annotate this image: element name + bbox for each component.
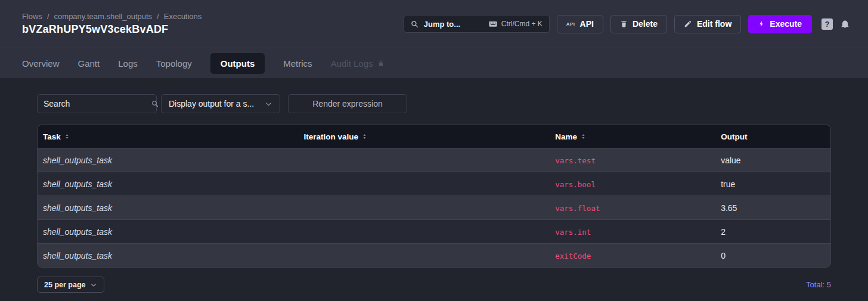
name-cell: vars.int [550,226,715,237]
table-header-row: Task Iteration value Name [38,125,830,148]
bell-icon[interactable] [840,18,850,29]
help-icon[interactable]: ? [822,18,833,30]
display-output-selected-value: Display output for a s... [169,99,254,108]
breadcrumb-namespace-flow[interactable]: company.team.shell_outputs [54,12,153,21]
table-row: shell_outputs_task vars.int 2 [38,219,830,243]
output-cell: 3.65 [715,203,830,213]
column-header-iteration-value[interactable]: Iteration value [299,132,550,141]
tab-overview[interactable]: Overview [22,58,60,69]
table-footer: 25 per page Total: 5 [37,277,831,293]
header-actions: Jump to... Ctrl/Cmd + K API API Delete [404,15,850,33]
name-cell: vars.bool [550,179,715,190]
breadcrumb: Flows / company.team.shell_outputs / Exe… [22,12,202,21]
column-header-output-label: Output [721,132,747,141]
column-header-task-label: Task [43,132,61,141]
delete-button[interactable]: Delete [610,15,667,33]
pencil-icon [684,20,692,28]
shortcut-hint: Ctrl/Cmd + K [488,19,542,29]
per-page-select[interactable]: 25 per page [37,277,104,293]
keyboard-icon [488,19,498,29]
output-name-link[interactable]: vars.bool [555,180,596,189]
tab-topology[interactable]: Topology [156,58,192,69]
api-button[interactable]: API API [557,15,603,33]
column-header-output: Output [715,132,830,141]
breadcrumb-separator: / [47,12,49,21]
execution-id-title: bVZaRhUPY5wV3cekBvADF [22,23,202,36]
sort-icon [580,133,587,140]
task-cell: shell_outputs_task [38,251,299,260]
output-name-link[interactable]: vars.test [555,156,596,165]
task-cell: shell_outputs_task [38,227,299,237]
display-output-select[interactable]: Display output for a s... [161,94,280,113]
table-row: shell_outputs_task vars.bool true [38,172,830,196]
search-icon [411,20,418,28]
output-name-link[interactable]: vars.float [555,204,600,213]
execute-button[interactable]: Execute [748,15,812,33]
task-cell: shell_outputs_task [38,179,299,189]
chevron-down-icon [90,281,97,288]
name-cell: vars.test [550,155,715,166]
outputs-table: Task Iteration value Name [37,125,831,268]
tab-logs[interactable]: Logs [118,58,138,69]
column-header-name[interactable]: Name [550,132,715,141]
shortcut-text: Ctrl/Cmd + K [501,20,542,28]
search-field [37,94,157,113]
column-header-task[interactable]: Task [38,132,299,141]
chevron-down-icon [265,100,272,108]
api-button-label: API [580,19,594,29]
lock-icon [377,60,385,67]
search-icon [151,100,159,107]
breadcrumb-flows[interactable]: Flows [22,12,42,21]
jump-to-search[interactable]: Jump to... Ctrl/Cmd + K [404,15,550,33]
jump-to-label: Jump to... [424,20,483,29]
output-cell: value [715,156,830,165]
tab-audit-logs: Audit Logs [331,58,385,69]
executions-outputs-page: Flows / company.team.shell_outputs / Exe… [0,0,868,301]
sort-icon [64,133,70,140]
header-left: Flows / company.team.shell_outputs / Exe… [22,12,202,36]
per-page-value: 25 per page [44,281,85,289]
trash-icon [620,20,628,28]
output-cell: 2 [715,227,830,237]
table-row: shell_outputs_task vars.test value [38,148,830,172]
total-count: Total: 5 [806,280,831,289]
column-header-name-label: Name [555,132,577,141]
column-header-iteration-value-label: Iteration value [304,132,359,141]
sort-icon [361,133,368,140]
execution-tabs: Overview Gantt Logs Topology Outputs Met… [0,48,868,78]
task-cell: shell_outputs_task [38,203,299,213]
output-name-link[interactable]: exitCode [555,252,591,260]
edit-flow-button[interactable]: Edit flow [674,15,741,33]
outputs-panel: Display output for a s... Render express… [0,78,868,293]
search-input[interactable] [44,99,151,108]
tab-audit-logs-label: Audit Logs [331,58,373,69]
tab-gantt[interactable]: Gantt [78,58,100,69]
render-expression-button[interactable]: Render expression [288,94,407,113]
output-cell: 0 [715,251,830,260]
execute-button-label: Execute [770,19,802,29]
bolt-icon [758,20,765,28]
table-body: shell_outputs_task vars.test value shell… [38,148,830,267]
delete-button-label: Delete [633,19,658,29]
output-cell: true [715,179,830,189]
api-chip-icon: API [566,21,575,27]
filter-row: Display output for a s... Render express… [37,94,831,113]
top-header: Flows / company.team.shell_outputs / Exe… [0,0,868,48]
breadcrumb-executions[interactable]: Executions [164,12,202,21]
table-row: shell_outputs_task exitCode 0 [38,243,830,267]
tab-metrics[interactable]: Metrics [283,58,312,69]
name-cell: exitCode [550,250,715,261]
table-row: shell_outputs_task vars.float 3.65 [38,196,830,219]
name-cell: vars.float [550,203,715,213]
task-cell: shell_outputs_task [38,156,299,165]
output-name-link[interactable]: vars.int [555,228,591,237]
breadcrumb-separator: / [157,12,159,21]
edit-flow-button-label: Edit flow [697,19,731,29]
tab-outputs[interactable]: Outputs [210,53,265,74]
